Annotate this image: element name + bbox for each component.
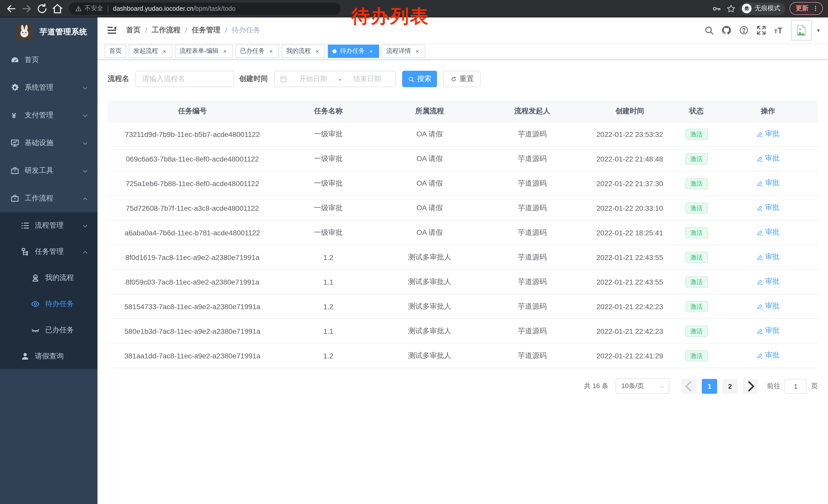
search-icon[interactable] — [704, 25, 714, 35]
create-time-cell: 2022-01-21 22:42:23 — [585, 327, 675, 335]
sidebar-item-label: 支付管理 — [25, 111, 53, 120]
browser-home-icon[interactable] — [51, 2, 64, 15]
user-avatar[interactable] — [791, 20, 812, 41]
browser-chrome: 不安全 dashboard.yudao.iocoder.cn/bpm/task/… — [0, 0, 828, 17]
calendar-icon — [280, 75, 287, 83]
process-cell: 测试多审批人 — [380, 351, 480, 360]
breadcrumb-item-任务管理[interactable]: 任务管理 — [192, 26, 220, 35]
tree-icon — [20, 247, 30, 256]
close-icon[interactable]: × — [222, 48, 228, 54]
breadcrumb-separator: / — [145, 26, 147, 34]
create-time-cell: 2022-01-21 22:43:55 — [585, 278, 675, 286]
prev-page-button[interactable] — [681, 379, 697, 394]
task-id-cell: 580e1b3d-7ac8-11ec-a9e2-a2380e71991a — [108, 327, 277, 335]
sidebar-collapse-icon[interactable] — [107, 25, 117, 35]
next-page-button[interactable] — [743, 379, 758, 394]
tab-流程详情[interactable]: 流程详情× — [382, 44, 425, 58]
github-icon[interactable] — [721, 25, 732, 35]
sidebar-item-流程管理[interactable]: 流程管理 — [0, 212, 97, 238]
goto-page-input[interactable]: 1 — [784, 379, 807, 394]
tab-发起流程[interactable]: 发起流程× — [129, 44, 172, 58]
approve-button[interactable]: 审批 — [756, 277, 780, 286]
yen-icon: ¥ — [10, 111, 19, 120]
browser-update-button[interactable]: 更新 ⋮ — [790, 2, 823, 15]
sidebar-item-请假查询[interactable]: 请假查询 — [0, 343, 97, 369]
tab-流程表单-编辑[interactable]: 流程表单-编辑× — [175, 44, 233, 58]
close-icon[interactable]: × — [414, 48, 421, 54]
close-icon[interactable]: × — [368, 48, 374, 54]
sidebar-item-label: 已办任务 — [45, 325, 74, 334]
svg-text:¥: ¥ — [12, 111, 16, 120]
close-icon[interactable]: × — [314, 48, 321, 54]
url-host: dashboard.yudao.iocoder.cn — [113, 5, 194, 12]
edit-pencil-icon — [756, 229, 763, 236]
sidebar-logo[interactable]: 芋道管理系统 — [0, 17, 97, 46]
sidebar-item-研发工具[interactable]: 研发工具 — [0, 157, 97, 185]
sidebar-item-已办任务[interactable]: 已办任务 — [0, 317, 97, 343]
edit-pencil-icon — [756, 131, 763, 137]
process-name-input[interactable]: 请输入流程名 — [135, 71, 234, 87]
page-button-1[interactable]: 1 — [702, 379, 717, 394]
task-name-cell: 1.1 — [277, 278, 380, 286]
url-text: dashboard.yudao.iocoder.cn/bpm/task/todo — [113, 5, 236, 12]
sidebar-item-支付管理[interactable]: ¥支付管理 — [0, 101, 97, 129]
tab-首页[interactable]: 首页 — [105, 44, 126, 58]
table-row: a6aba0a4-7b6d-11ec-b781-acde48001122一级审批… — [108, 221, 818, 245]
sidebar-item-工作流程[interactable]: 工作流程 — [0, 185, 97, 212]
tab-label: 待办任务 — [340, 47, 365, 55]
chrome-toolbar-right: 无痕模式 更新 ⋮ — [711, 2, 823, 15]
tab-待办任务[interactable]: 待办任务× — [328, 44, 379, 58]
search-button[interactable]: 搜索 — [402, 71, 437, 87]
address-bar[interactable]: 不安全 dashboard.yudao.iocoder.cn/bpm/task/… — [69, 2, 341, 15]
approve-button[interactable]: 审批 — [756, 253, 780, 262]
browser-menu-icon[interactable]: ⋮ — [812, 5, 819, 12]
task-id-cell: 75d72608-7b7f-11ec-a3c8-acde48001122 — [108, 204, 277, 212]
approve-button[interactable]: 审批 — [756, 302, 780, 311]
bookmark-star-icon[interactable] — [726, 3, 736, 13]
breadcrumb-item-工作流程[interactable]: 工作流程 — [152, 26, 180, 35]
sidebar-item-系统管理[interactable]: 系统管理 — [0, 74, 97, 101]
browser-reload-icon[interactable] — [36, 2, 48, 15]
table-row: 58154733-7ac8-11ec-a9e2-a2380e71991a1.2测… — [108, 294, 818, 319]
approve-button[interactable]: 审批 — [756, 326, 780, 335]
column-header-创建时间: 创建时间 — [585, 106, 675, 116]
page-button-2[interactable]: 2 — [722, 379, 738, 394]
sidebar-item-首页[interactable]: 首页 — [0, 46, 97, 74]
action-cell: 审批 — [718, 203, 818, 213]
approve-button[interactable]: 审批 — [756, 154, 780, 163]
approve-button[interactable]: 审批 — [756, 228, 780, 237]
sidebar-item-待办任务[interactable]: 待办任务 — [0, 291, 97, 317]
password-key-icon[interactable] — [711, 3, 722, 13]
date-range-input[interactable]: 开始日期 - 结束日期 — [274, 71, 396, 87]
create-time-cell: 2022-01-21 22:42:23 — [585, 302, 675, 311]
browser-forward-icon[interactable] — [20, 2, 33, 15]
tab-已办任务[interactable]: 已办任务× — [236, 44, 279, 58]
sidebar-item-基础设施[interactable]: 基础设施 — [0, 129, 97, 157]
approve-button[interactable]: 审批 — [756, 351, 780, 360]
page-size-select[interactable]: 10条/页 — [616, 378, 669, 394]
approve-button[interactable]: 审批 — [756, 203, 780, 213]
chevron-down-icon[interactable]: ▾ — [817, 27, 820, 34]
table-header-row: 任务编号任务名称所属流程流程发起人创建时间状态操作 — [108, 100, 818, 122]
help-icon[interactable] — [739, 25, 749, 35]
tab-我的流程[interactable]: 我的流程× — [282, 44, 325, 58]
approve-button[interactable]: 审批 — [756, 179, 780, 188]
fullscreen-icon[interactable] — [756, 25, 767, 35]
workflow-submenu: 流程管理任务管理我的流程待办任务已办任务请假查询 — [0, 212, 97, 369]
security-indicator[interactable]: 不安全 — [75, 4, 103, 13]
sidebar-item-任务管理[interactable]: 任务管理 — [0, 238, 97, 265]
browser-back-icon[interactable] — [5, 2, 17, 15]
reset-button[interactable]: 重置 — [443, 71, 481, 87]
task-name-cell: 一级审批 — [277, 130, 380, 139]
reset-button-label: 重置 — [459, 74, 474, 84]
approve-button[interactable]: 审批 — [756, 130, 780, 139]
tags-view-bar: 首页发起流程×流程表单-编辑×已办任务×我的流程×待办任务×流程详情× — [97, 43, 828, 59]
status-cell: 激活 — [675, 350, 718, 361]
close-icon[interactable]: × — [161, 48, 168, 54]
action-cell: 审批 — [718, 130, 818, 139]
svg-text:T: T — [778, 26, 783, 35]
sidebar-item-我的流程[interactable]: 我的流程 — [0, 265, 97, 291]
font-size-icon[interactable]: TT — [774, 25, 784, 35]
breadcrumb-item-首页[interactable]: 首页 — [126, 26, 140, 35]
close-icon[interactable]: × — [268, 48, 275, 54]
